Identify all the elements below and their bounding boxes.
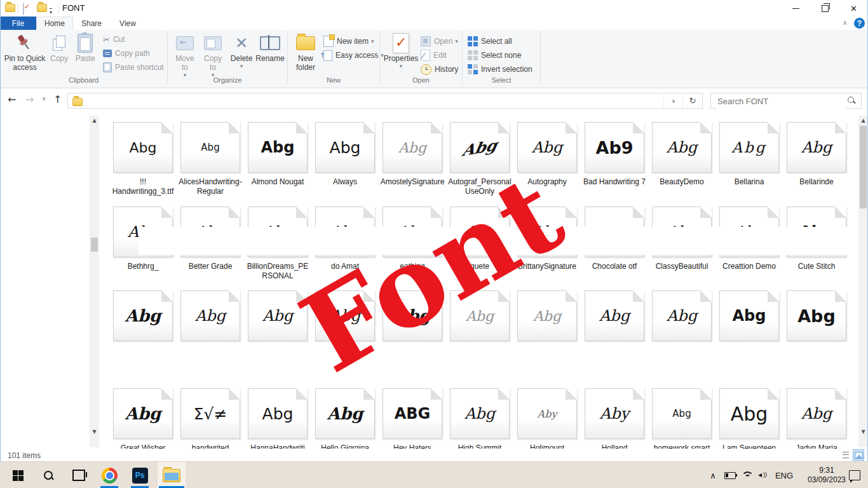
address-dropdown-button[interactable]: ∨ <box>663 93 683 108</box>
task-view-icon <box>72 470 85 481</box>
taskbar-search-button[interactable] <box>36 462 61 488</box>
properties-button[interactable]: Properties <box>383 32 419 76</box>
file-item[interactable]: Abg!!! Handwritingg_3.ttf <box>110 122 176 196</box>
file-item[interactable]: AbgHannaHandwriti <box>245 388 311 453</box>
restore-button[interactable] <box>811 0 839 17</box>
copy-path-button[interactable]: Copy path <box>103 47 150 60</box>
language-indicator[interactable]: ENG <box>771 462 797 488</box>
scrollbar-thumb[interactable] <box>91 238 98 252</box>
copy-to-button[interactable]: Copy to <box>200 32 226 76</box>
tab-view[interactable]: View <box>110 17 146 30</box>
scrollbar-thumb[interactable] <box>860 126 867 208</box>
help-button[interactable] <box>854 18 865 29</box>
tab-file[interactable]: File <box>0 17 36 30</box>
chrome-taskbar-button[interactable] <box>97 462 122 488</box>
new-item-button[interactable]: New item <box>323 35 374 48</box>
tray-expand-button[interactable]: ∧ <box>705 462 721 488</box>
minimize-button[interactable] <box>782 0 810 17</box>
scroll-up-icon[interactable]: ▲ <box>858 116 868 125</box>
file-item[interactable]: AbgJadyn Maria <box>783 388 850 453</box>
file-item[interactable]: Ab9Bad Handwriting 7 <box>581 122 648 187</box>
easy-access-button[interactable]: Easy access <box>323 49 384 62</box>
file-item[interactable]: Abg <box>581 290 648 341</box>
volume-tray-icon[interactable] <box>755 462 771 488</box>
button-label: Cut <box>113 35 125 44</box>
open-button[interactable]: Open <box>421 35 458 48</box>
font-preview-glyph: Abg <box>733 307 766 325</box>
qat-new-folder-button[interactable] <box>37 3 47 15</box>
file-item[interactable]: Abg <box>649 290 715 341</box>
cut-button[interactable]: Cut <box>103 33 125 46</box>
file-item[interactable]: AbgBellarina <box>716 122 782 187</box>
history-button[interactable]: History <box>421 63 458 76</box>
delete-button[interactable]: Delete <box>227 32 255 76</box>
button-label: Copy <box>47 54 71 63</box>
qat-properties-button[interactable] <box>23 4 24 15</box>
file-item[interactable]: Abg <box>716 290 782 341</box>
battery-tray-icon[interactable] <box>722 462 738 488</box>
back-button[interactable]: ← <box>8 93 16 105</box>
font-preview-glyph: ABG <box>395 405 431 423</box>
file-item[interactable]: AbyHolimount <box>514 388 580 453</box>
file-item[interactable]: AbgGreat Wisher <box>110 388 176 453</box>
details-view-button[interactable] <box>840 449 851 461</box>
file-item[interactable]: Abghomework smart <box>649 388 715 453</box>
windows-logo-icon <box>13 470 24 481</box>
font-preview-glyph: Abg <box>672 408 691 419</box>
file-item[interactable]: AbgAlways <box>312 122 378 187</box>
start-button[interactable] <box>5 462 31 488</box>
font-preview-glyph: Abg <box>125 306 161 325</box>
navigation-pane-scrollbar[interactable]: ▲ ▼ <box>90 116 99 447</box>
file-item[interactable]: AbgI am Seventeen <box>716 388 782 453</box>
file-item[interactable]: Abg <box>783 290 850 341</box>
paste-button[interactable]: Paste <box>72 32 98 76</box>
pin-to-quick-access-button[interactable]: Pin to Quick access <box>4 32 46 76</box>
qat-customize-button[interactable]: ▾ <box>50 5 52 17</box>
speaker-icon <box>758 471 768 479</box>
close-button[interactable] <box>839 0 868 17</box>
font-preview-glyph: Ab9 <box>595 138 633 158</box>
scroll-down-icon[interactable]: ▼ <box>858 427 868 436</box>
search-input[interactable] <box>716 94 846 109</box>
button-label: Select all <box>481 37 512 46</box>
paste-shortcut-button[interactable]: Paste shortcut <box>103 61 164 74</box>
wifi-tray-icon[interactable] <box>738 462 755 488</box>
edit-icon <box>421 50 430 61</box>
thumbnail-view-button[interactable] <box>853 449 864 461</box>
watermark-white-strip-2 <box>100 350 858 387</box>
font-preview-glyph: Abg <box>801 139 832 156</box>
task-view-button[interactable] <box>66 462 92 488</box>
ribbon-collapse-button[interactable]: ∧ <box>843 19 847 26</box>
address-bar[interactable]: ∨ ↻ <box>67 93 703 109</box>
file-item[interactable]: AbgAlmond Nougat <box>245 122 311 187</box>
invert-selection-button[interactable]: Invert selection <box>468 63 532 76</box>
copy-button[interactable]: Copy <box>47 32 71 76</box>
rename-icon <box>260 36 280 50</box>
refresh-button[interactable]: ↻ <box>682 93 702 108</box>
new-folder-button[interactable]: New folder <box>292 32 320 76</box>
tab-share[interactable]: Share <box>73 17 110 30</box>
file-item[interactable]: AbyHolland <box>581 388 648 453</box>
explorer-taskbar-button[interactable] <box>158 462 186 488</box>
action-center-button[interactable] <box>845 462 864 488</box>
file-item[interactable]: Σ√≠handwrited <box>177 388 243 453</box>
file-item[interactable]: Abg <box>177 290 243 341</box>
edit-button[interactable]: Edit <box>421 49 447 62</box>
file-item[interactable]: AbgHigh Summit <box>447 388 513 453</box>
photoshop-taskbar-button[interactable]: Ps <box>127 462 153 488</box>
up-button[interactable]: ↑ <box>53 93 62 105</box>
scroll-up-icon[interactable]: ▲ <box>90 116 99 125</box>
move-to-button[interactable]: Move to <box>172 32 198 76</box>
file-item[interactable]: AbgAlicesHandwriting-Regular <box>177 122 243 196</box>
select-all-button[interactable]: Select all <box>468 35 512 48</box>
tab-home[interactable]: Home <box>36 17 73 30</box>
select-none-button[interactable]: Select none <box>468 49 521 62</box>
forward-button[interactable]: → <box>25 93 34 105</box>
rename-button[interactable]: Rename <box>254 32 286 76</box>
file-item[interactable]: Abg <box>110 290 176 341</box>
main-scrollbar[interactable]: ▲ ▼ <box>858 116 868 447</box>
file-item[interactable]: AbgBeautyDemo <box>649 122 715 187</box>
scroll-down-icon[interactable]: ▼ <box>90 427 99 436</box>
file-item[interactable]: AbgBellarinde <box>783 122 850 187</box>
recent-locations-dropdown[interactable]: ∨ <box>42 95 46 102</box>
